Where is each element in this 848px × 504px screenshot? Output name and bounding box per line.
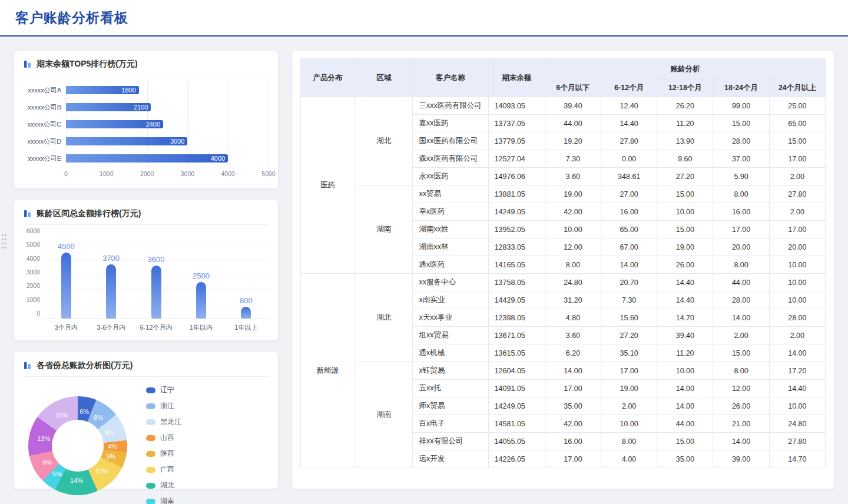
bar-chart-icon: [24, 362, 32, 370]
legend-item[interactable]: 山西: [146, 433, 181, 443]
table-row: 新能源湖北xx服务中心13758.0524.8020.7014.4044.001…: [301, 274, 826, 291]
aging-value-cell: 39.40: [545, 97, 601, 115]
category-label: xxxxx公司A: [24, 86, 66, 94]
aging-value-cell: 17.00: [545, 380, 601, 397]
aging-value-cell: 14.40: [769, 380, 825, 397]
product-cell: 新能源: [301, 274, 355, 468]
bar-column: 3700: [88, 231, 133, 319]
aging-column-header: 6个月以下: [545, 79, 601, 97]
bar-column: 2500: [178, 231, 223, 319]
aging-value-cell: 35.00: [545, 397, 601, 415]
aging-value-cell: 21.00: [713, 415, 769, 433]
card-title-row: 期末余额TOP5排行榜(万元): [24, 59, 269, 75]
aging-range-plot-area: 4500370036002500800: [44, 231, 269, 319]
aging-value-cell: 26.20: [657, 97, 713, 115]
card-title: 账龄区间总金额排行榜(万元): [37, 208, 141, 219]
customer-name-cell: 湖南xx林: [413, 238, 488, 256]
category-label: 6-12个月内: [134, 323, 178, 332]
aging-value-cell: 28.00: [713, 291, 769, 309]
aging-value-cell: 14.00: [657, 380, 713, 397]
aging-value-cell: 15.00: [769, 132, 825, 150]
aging-value-cell: 6.20: [545, 344, 601, 362]
aging-value-cell: 27.20: [657, 168, 713, 185]
bar-track: 4000: [66, 154, 269, 163]
aging-value-cell: 20.00: [769, 238, 825, 256]
aging-value-cell: 12.40: [601, 97, 657, 115]
column-header: 客户名称: [413, 59, 488, 97]
aging-value-cell: 14.00: [601, 256, 657, 274]
bar-track: 2100: [66, 103, 269, 111]
legend-label: 广西: [160, 465, 174, 475]
aging-value-cell: 12.00: [545, 238, 601, 256]
aging-value-cell: 42.00: [545, 203, 601, 221]
aging-value-cell: 15.60: [601, 309, 657, 327]
balance-cell: 14581.05: [488, 415, 545, 433]
x-tick-label: 3000: [181, 170, 194, 177]
aging-column-header: 12-18个月: [657, 79, 713, 97]
x-tick-label: 5000: [261, 170, 275, 177]
aging-range-category-axis: 3个月内3-6个月内6-12个月内1年以内1年以上: [44, 319, 269, 332]
legend-marker: [146, 419, 155, 425]
y-tick-label: 2000: [26, 283, 40, 289]
legend-marker: [146, 403, 155, 409]
bar-column: 3600: [134, 231, 178, 319]
region-cell: 湖北: [355, 274, 413, 362]
aging-value-cell: 17.00: [713, 221, 769, 238]
category-label: xxxxx公司D: [24, 137, 66, 145]
aging-value-cell: 2.00: [713, 327, 769, 344]
region-cell: 湖南: [355, 362, 413, 468]
legend-item[interactable]: 湖北: [146, 480, 181, 490]
aging-value-cell: 9.60: [657, 150, 713, 168]
aging-value-cell: 14.40: [657, 291, 713, 309]
legend-label: 辽宁: [160, 385, 174, 395]
main-content: 期末余额TOP5排行榜(万元) xxxxx公司Axxxxx公司Bxxxxx公司C…: [0, 37, 848, 503]
y-tick-label: 0: [37, 310, 40, 316]
donut-hole: [52, 420, 104, 472]
aging-value-cell: 27.80: [769, 433, 825, 450]
x-tick-label: 1000: [100, 170, 113, 177]
aging-value-cell: 14.70: [657, 309, 713, 327]
bar-track: 3000: [66, 137, 269, 145]
balance-cell: 14093.05: [488, 97, 545, 115]
balance-cell: 13881.05: [488, 185, 545, 203]
aging-value-cell: 4.80: [545, 309, 601, 327]
aging-value-cell: 24.80: [769, 415, 825, 433]
balance-cell: 13952.05: [488, 221, 545, 238]
aging-value-cell: 65.00: [769, 115, 825, 132]
aging-value-cell: 12.00: [713, 380, 769, 397]
table-body: 医药湖北三xxx医药有限公司14093.0539.4012.4026.2099.…: [301, 97, 826, 468]
bar-track: 1800: [66, 86, 269, 94]
bar-track: 2400: [66, 120, 269, 128]
balance-cell: 12833.05: [488, 238, 545, 256]
category-label: xxxxx公司E: [24, 154, 66, 163]
region-cell: 湖北: [355, 97, 413, 185]
legend-item[interactable]: 湖南: [146, 496, 181, 504]
aging-value-cell: 14.40: [601, 115, 657, 132]
bar-value-label: 3000: [170, 137, 184, 145]
balance-cell: 12398.05: [488, 309, 545, 327]
balance-cell: 12527.04: [488, 150, 545, 168]
table-header: 产品分布区域客户名称期末余额账龄分析6个月以下6-12个月12-18个月18-2…: [301, 59, 826, 97]
legend-item[interactable]: 陕西: [146, 449, 181, 459]
bar-value-label: 2400: [146, 120, 160, 128]
legend-item[interactable]: 浙江: [146, 401, 181, 411]
bar: 3000: [66, 137, 187, 145]
aging-range-bar-chart: 6000500040003000200010000 45003700360025…: [24, 231, 269, 332]
balance-cell: 13758.05: [488, 274, 545, 291]
aging-value-cell: 39.40: [657, 327, 713, 344]
drag-handle-icon[interactable]: [1, 233, 7, 250]
pie-slice-label: 4%: [108, 443, 117, 450]
legend-item[interactable]: 黑龙江: [146, 417, 181, 427]
table-row: 湖南xx贸易13881.0519.0027.0015.008.0027.80: [301, 185, 826, 203]
card-aging-range-ranking: 账龄区间总金额排行榜(万元) 6000500040003000200010000…: [14, 200, 278, 340]
aging-value-cell: 19.00: [545, 185, 601, 203]
aging-value-cell: 8.00: [713, 185, 769, 203]
legend-item[interactable]: 广西: [146, 465, 181, 475]
aging-column-header: 18-24个月: [713, 79, 769, 97]
column-header: 区域: [355, 59, 413, 97]
aging-value-cell: 10.00: [769, 397, 825, 415]
legend-label: 浙江: [160, 401, 174, 411]
legend-item[interactable]: 辽宁: [146, 385, 181, 395]
aging-value-cell: 26.00: [713, 397, 769, 415]
aging-value-cell: 14.00: [769, 344, 825, 362]
